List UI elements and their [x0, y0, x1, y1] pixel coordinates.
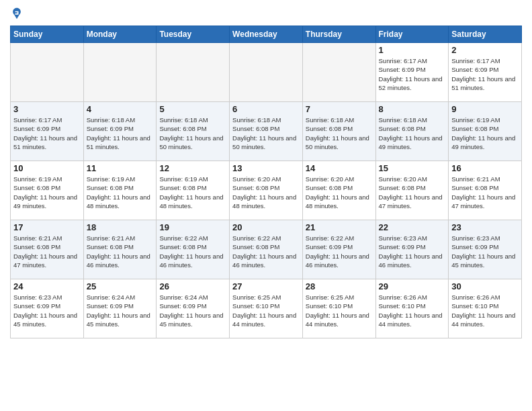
day-info: Sunrise: 6:24 AM Sunset: 6:09 PM Dayligh… [159, 293, 226, 328]
day-info: Sunrise: 6:17 AM Sunset: 6:09 PM Dayligh… [379, 56, 446, 92]
day-info: Sunrise: 6:17 AM Sunset: 6:09 PM Dayligh… [451, 56, 519, 92]
day-number: 30 [451, 281, 519, 291]
col-header-sunday: Sunday [11, 26, 84, 43]
calendar-cell: 10Sunrise: 6:19 AM Sunset: 6:08 PM Dayli… [11, 161, 84, 220]
calendar-cell: 16Sunrise: 6:21 AM Sunset: 6:08 PM Dayli… [449, 161, 522, 220]
calendar-cell: 2Sunrise: 6:17 AM Sunset: 6:09 PM Daylig… [449, 43, 522, 102]
day-info: Sunrise: 6:20 AM Sunset: 6:08 PM Dayligh… [232, 175, 300, 210]
day-info: Sunrise: 6:22 AM Sunset: 6:08 PM Dayligh… [159, 234, 226, 269]
day-number: 6 [232, 104, 300, 114]
day-info: Sunrise: 6:18 AM Sunset: 6:08 PM Dayligh… [379, 116, 446, 151]
calendar-cell [83, 43, 157, 102]
day-info: Sunrise: 6:19 AM Sunset: 6:08 PM Dayligh… [87, 175, 154, 210]
day-info: Sunrise: 6:23 AM Sunset: 6:09 PM Dayligh… [13, 293, 81, 328]
calendar-cell: 20Sunrise: 6:22 AM Sunset: 6:08 PM Dayli… [230, 220, 303, 279]
day-info: Sunrise: 6:26 AM Sunset: 6:10 PM Dayligh… [379, 293, 446, 328]
calendar-cell: 17Sunrise: 6:21 AM Sunset: 6:08 PM Dayli… [11, 220, 84, 279]
calendar-cell: 8Sunrise: 6:18 AM Sunset: 6:08 PM Daylig… [375, 102, 449, 161]
day-number: 26 [159, 281, 226, 291]
calendar-cell: 27Sunrise: 6:25 AM Sunset: 6:10 PM Dayli… [230, 279, 303, 338]
day-info: Sunrise: 6:25 AM Sunset: 6:10 PM Dayligh… [232, 293, 300, 328]
day-number: 14 [306, 163, 373, 173]
col-header-tuesday: Tuesday [157, 26, 230, 43]
day-number: 10 [13, 163, 81, 173]
calendar-cell: 5Sunrise: 6:18 AM Sunset: 6:08 PM Daylig… [157, 102, 230, 161]
calendar-cell: 24Sunrise: 6:23 AM Sunset: 6:09 PM Dayli… [11, 279, 84, 338]
day-info: Sunrise: 6:21 AM Sunset: 6:08 PM Dayligh… [13, 234, 81, 269]
day-number: 12 [159, 163, 226, 173]
col-header-wednesday: Wednesday [230, 26, 303, 43]
day-number: 5 [159, 104, 226, 114]
calendar-table: SundayMondayTuesdayWednesdayThursdayFrid… [10, 26, 522, 338]
calendar-cell: 28Sunrise: 6:25 AM Sunset: 6:10 PM Dayli… [302, 279, 375, 338]
calendar-cell: 18Sunrise: 6:21 AM Sunset: 6:08 PM Dayli… [83, 220, 157, 279]
calendar-cell: 23Sunrise: 6:23 AM Sunset: 6:09 PM Dayli… [449, 220, 522, 279]
day-info: Sunrise: 6:18 AM Sunset: 6:08 PM Dayligh… [306, 116, 373, 151]
calendar-header-row: SundayMondayTuesdayWednesdayThursdayFrid… [11, 26, 522, 43]
calendar-cell [302, 43, 375, 102]
day-number: 18 [87, 222, 154, 232]
calendar-cell: 22Sunrise: 6:23 AM Sunset: 6:09 PM Dayli… [375, 220, 449, 279]
day-number: 13 [232, 163, 300, 173]
calendar-cell: 25Sunrise: 6:24 AM Sunset: 6:09 PM Dayli… [83, 279, 157, 338]
day-number: 16 [451, 163, 519, 173]
day-info: Sunrise: 6:18 AM Sunset: 6:08 PM Dayligh… [159, 116, 226, 151]
calendar-cell [230, 43, 303, 102]
day-number: 29 [379, 281, 446, 291]
day-number: 8 [379, 104, 446, 114]
day-number: 4 [87, 104, 154, 114]
day-number: 15 [379, 163, 446, 173]
col-header-friday: Friday [375, 26, 449, 43]
calendar-cell: 15Sunrise: 6:20 AM Sunset: 6:08 PM Dayli… [375, 161, 449, 220]
calendar-cell: 30Sunrise: 6:26 AM Sunset: 6:10 PM Dayli… [449, 279, 522, 338]
calendar-cell: 29Sunrise: 6:26 AM Sunset: 6:10 PM Dayli… [375, 279, 449, 338]
logo [10, 7, 25, 20]
day-info: Sunrise: 6:23 AM Sunset: 6:09 PM Dayligh… [451, 234, 519, 269]
day-info: Sunrise: 6:24 AM Sunset: 6:09 PM Dayligh… [87, 293, 154, 328]
day-number: 21 [306, 222, 373, 232]
day-number: 3 [13, 104, 81, 114]
day-info: Sunrise: 6:21 AM Sunset: 6:08 PM Dayligh… [87, 234, 154, 269]
calendar-cell: 14Sunrise: 6:20 AM Sunset: 6:08 PM Dayli… [302, 161, 375, 220]
calendar-week-2: 3Sunrise: 6:17 AM Sunset: 6:09 PM Daylig… [11, 102, 522, 161]
day-info: Sunrise: 6:20 AM Sunset: 6:08 PM Dayligh… [306, 175, 373, 210]
day-number: 1 [379, 45, 446, 55]
day-info: Sunrise: 6:22 AM Sunset: 6:09 PM Dayligh… [306, 234, 373, 269]
day-number: 22 [379, 222, 446, 232]
day-info: Sunrise: 6:22 AM Sunset: 6:08 PM Dayligh… [232, 234, 300, 269]
day-info: Sunrise: 6:25 AM Sunset: 6:10 PM Dayligh… [306, 293, 373, 328]
day-info: Sunrise: 6:18 AM Sunset: 6:09 PM Dayligh… [87, 116, 154, 151]
day-info: Sunrise: 6:18 AM Sunset: 6:08 PM Dayligh… [232, 116, 300, 151]
calendar-cell [157, 43, 230, 102]
calendar-cell: 26Sunrise: 6:24 AM Sunset: 6:09 PM Dayli… [157, 279, 230, 338]
day-number: 17 [13, 222, 81, 232]
day-number: 9 [451, 104, 519, 114]
calendar-week-4: 17Sunrise: 6:21 AM Sunset: 6:08 PM Dayli… [11, 220, 522, 279]
calendar-cell: 12Sunrise: 6:19 AM Sunset: 6:08 PM Dayli… [157, 161, 230, 220]
col-header-thursday: Thursday [302, 26, 375, 43]
calendar-cell: 1Sunrise: 6:17 AM Sunset: 6:09 PM Daylig… [375, 43, 449, 102]
day-info: Sunrise: 6:20 AM Sunset: 6:08 PM Dayligh… [379, 175, 446, 210]
col-header-monday: Monday [83, 26, 157, 43]
header [10, 7, 522, 20]
day-info: Sunrise: 6:17 AM Sunset: 6:09 PM Dayligh… [13, 116, 81, 151]
calendar-cell [11, 43, 84, 102]
day-number: 19 [159, 222, 226, 232]
page: SundayMondayTuesdayWednesdayThursdayFrid… [0, 0, 532, 411]
day-number: 24 [13, 281, 81, 291]
calendar-cell: 6Sunrise: 6:18 AM Sunset: 6:08 PM Daylig… [230, 102, 303, 161]
calendar-cell: 7Sunrise: 6:18 AM Sunset: 6:08 PM Daylig… [302, 102, 375, 161]
calendar-cell: 11Sunrise: 6:19 AM Sunset: 6:08 PM Dayli… [83, 161, 157, 220]
calendar-cell: 4Sunrise: 6:18 AM Sunset: 6:09 PM Daylig… [83, 102, 157, 161]
calendar-cell: 9Sunrise: 6:19 AM Sunset: 6:08 PM Daylig… [449, 102, 522, 161]
calendar-week-5: 24Sunrise: 6:23 AM Sunset: 6:09 PM Dayli… [11, 279, 522, 338]
day-info: Sunrise: 6:23 AM Sunset: 6:09 PM Dayligh… [379, 234, 446, 269]
day-info: Sunrise: 6:19 AM Sunset: 6:08 PM Dayligh… [451, 116, 519, 151]
day-info: Sunrise: 6:21 AM Sunset: 6:08 PM Dayligh… [451, 175, 519, 210]
day-number: 7 [306, 104, 373, 114]
col-header-saturday: Saturday [449, 26, 522, 43]
day-info: Sunrise: 6:19 AM Sunset: 6:08 PM Dayligh… [159, 175, 226, 210]
day-info: Sunrise: 6:26 AM Sunset: 6:10 PM Dayligh… [451, 293, 519, 328]
day-number: 27 [232, 281, 300, 291]
day-number: 2 [451, 45, 519, 55]
